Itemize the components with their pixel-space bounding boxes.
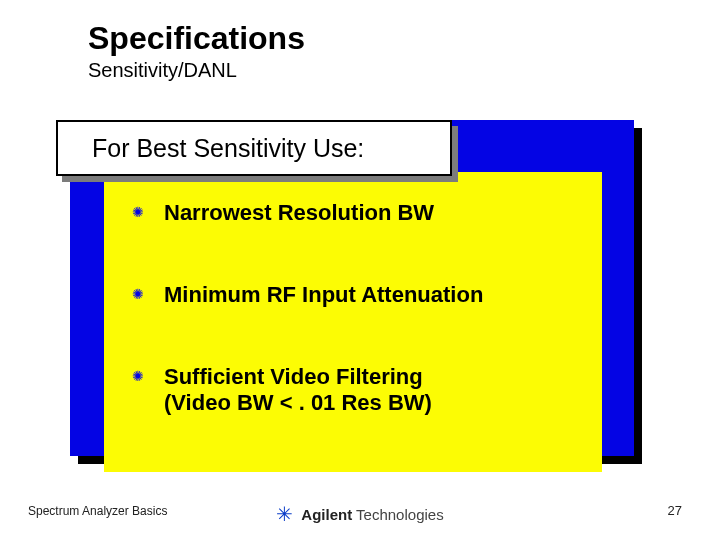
starburst-icon: ✺ <box>130 204 146 220</box>
starburst-icon: ✺ <box>130 368 146 384</box>
bullet-text: Narrowest Resolution BW <box>164 200 434 226</box>
bullet-text: Sufficient Video Filtering(Video BW < . … <box>164 364 432 416</box>
callout-text: For Best Sensitivity Use: <box>92 134 364 163</box>
list-item: ✺ Minimum RF Input Attenuation <box>130 282 580 308</box>
callout-box: For Best Sensitivity Use: <box>56 120 452 176</box>
slide: Specifications Sensitivity/DANL For Best… <box>0 0 720 540</box>
logo-burst-icon: ✳ <box>276 504 293 524</box>
slide-subtitle: Sensitivity/DANL <box>88 59 305 82</box>
bullet-list: ✺ Narrowest Resolution BW ✺ Minimum RF I… <box>130 200 580 416</box>
slide-title: Specifications <box>88 20 305 57</box>
list-item: ✺ Sufficient Video Filtering(Video BW < … <box>130 364 580 416</box>
logo-brand-bold: Agilent <box>301 506 352 523</box>
logo-text: Agilent Technologies <box>301 506 443 523</box>
bullet-text: Minimum RF Input Attenuation <box>164 282 483 308</box>
list-item: ✺ Narrowest Resolution BW <box>130 200 580 226</box>
footer-logo: ✳ Agilent Technologies <box>276 504 443 524</box>
footer-left: Spectrum Analyzer Basics <box>28 504 167 518</box>
starburst-icon: ✺ <box>130 286 146 302</box>
page-number: 27 <box>668 503 682 518</box>
title-block: Specifications Sensitivity/DANL <box>88 20 305 82</box>
logo-brand-rest: Technologies <box>352 506 443 523</box>
